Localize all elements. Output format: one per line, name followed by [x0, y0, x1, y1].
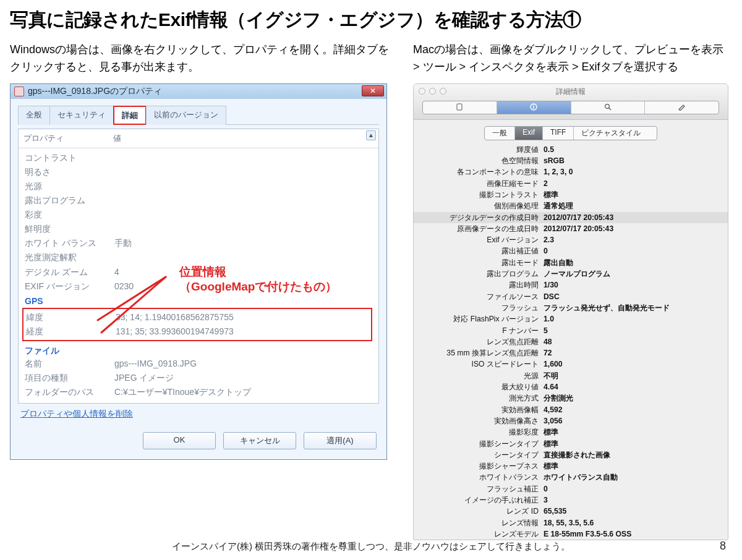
exif-key: 最大絞り値: [420, 381, 544, 392]
ok-button[interactable]: OK: [143, 432, 216, 449]
exif-row: 個別画像処理通常処理: [414, 200, 728, 211]
prop-row: 明るさ: [25, 165, 372, 179]
exif-value: 不明: [544, 370, 722, 381]
exif-row: Exif バージョン2.3: [414, 234, 728, 245]
close-icon[interactable]: ✕: [362, 85, 384, 96]
prop-row: 項目の種類JPEG イメージ: [25, 371, 372, 385]
traffic-minimize-icon[interactable]: [429, 88, 436, 95]
seg-search-icon[interactable]: [571, 101, 646, 114]
exif-key: 撮影シーンタイプ: [420, 438, 544, 449]
exif-value: 72: [544, 347, 722, 358]
windows-dialog-buttons: OK キャンセル 適用(A): [18, 423, 379, 452]
exif-key: ファイルソース: [420, 291, 544, 302]
properties-panel: ▲ プロパティ 値 コントラスト 明るさ 光源 露出プログラム 彩度 鮮明度 ホ…: [18, 129, 379, 404]
app-icon: [14, 87, 24, 96]
svg-line-7: [608, 108, 611, 110]
seg-info-icon[interactable]: [497, 101, 571, 114]
prop-row: 鮮明度: [25, 222, 372, 236]
exif-key: 測光方式: [420, 392, 544, 404]
exif-value: 5: [544, 325, 722, 336]
seg-document-icon[interactable]: [423, 101, 497, 114]
tab-security[interactable]: セキュリティ: [49, 106, 114, 125]
svg-rect-2: [457, 104, 462, 110]
exif-value: 0: [544, 245, 722, 257]
apply-button[interactable]: 適用(A): [304, 432, 377, 449]
prop-row: 彩度: [25, 208, 372, 222]
svg-rect-4: [533, 106, 534, 109]
svg-point-6: [605, 104, 609, 108]
exif-key: 原画像データの生成日時: [420, 223, 544, 234]
prop-row: 露出プログラム: [25, 193, 372, 208]
exif-value: 18, 55, 3.5, 5.6: [544, 517, 722, 528]
mac-tab-general[interactable]: 一般: [485, 127, 515, 140]
exif-row: 撮影シーンタイプ標準: [414, 438, 728, 449]
mac-toolbar: 詳細情報: [414, 84, 728, 120]
mac-tab-picturestyle[interactable]: ピクチャスタイル: [574, 127, 657, 140]
exif-key: シーンタイプ: [420, 449, 544, 460]
mac-tab-tiff[interactable]: TIFF: [543, 127, 574, 140]
exif-value: 3: [544, 494, 722, 506]
exif-key: 露出時間: [420, 279, 544, 291]
mac-tab-exif[interactable]: Exif: [515, 127, 543, 140]
traffic-close-icon[interactable]: [419, 88, 425, 95]
windows-properties-dialog: gps---IMG_0918.JPGのプロパティ ✕ 全般 セキュリティ 詳細 …: [10, 83, 387, 460]
cancel-button[interactable]: キャンセル: [223, 432, 296, 449]
seg-edit-icon[interactable]: [645, 101, 719, 114]
exif-key: レンズ ID: [420, 506, 544, 517]
exif-row: 実効画像幅4,592: [414, 404, 728, 415]
exif-row: 露出補正値0: [414, 245, 728, 257]
exif-row: 最大絞り値4.64: [414, 381, 728, 392]
mac-toolbar-segment: [422, 101, 719, 114]
exif-value: 標準: [544, 438, 722, 449]
exif-value: 2012/07/17 20:05:43: [544, 212, 722, 223]
annotation-text: 位置情報 （GoogleMapで付けたもの）: [179, 265, 337, 294]
exif-row: 35 mm 換算レンズ焦点距離72: [414, 347, 728, 358]
exif-row: 撮影コントラスト標準: [414, 189, 728, 200]
exif-key: 個別画像処理: [420, 200, 544, 211]
exif-row: イメージの手ぶれ補正3: [414, 494, 728, 506]
exif-value: 4.64: [544, 381, 722, 392]
exif-value: 1,600: [544, 358, 722, 370]
mac-lead-text: Macの場合は、画像をダブルクリックして、プレビューを表示 > ツール > イン…: [413, 41, 728, 76]
exif-value: sRGB: [544, 155, 722, 166]
tab-previous-versions[interactable]: 以前のバージョン: [146, 106, 226, 125]
prop-row-gps-lon: 経度131; 35; 33.993600194749973: [26, 325, 369, 339]
exif-row: シーンタイプ直接撮影された画像: [414, 449, 728, 460]
exif-value: 標準: [544, 426, 722, 438]
exif-value: 標準: [544, 189, 722, 200]
exif-row: デジタルデータの作成日時2012/07/17 20:05:43: [414, 212, 728, 223]
exif-key: 対応 FlashPix バージョン: [420, 313, 544, 325]
exif-key: フラッシュ補正: [420, 483, 544, 494]
exif-row: レンズ情報18, 55, 3.5, 5.6: [414, 517, 728, 528]
tab-general[interactable]: 全般: [18, 106, 50, 125]
exif-key: Exif バージョン: [420, 234, 544, 245]
exif-key: 実効画像高さ: [420, 415, 544, 426]
remove-properties-link[interactable]: プロパティや個人情報を削除: [18, 404, 133, 423]
exif-value: 4,592: [544, 404, 722, 415]
tab-details[interactable]: 詳細: [113, 106, 147, 125]
exif-value: DSC: [544, 291, 722, 302]
prop-row: 光源: [25, 179, 372, 193]
exif-value: 2.3: [544, 234, 722, 245]
exif-row: 対応 FlashPix バージョン1.0: [414, 313, 728, 325]
traffic-zoom-icon[interactable]: [440, 88, 446, 95]
exif-key: レンズモデル: [420, 528, 544, 540]
exif-key: フラッシュ: [420, 302, 544, 313]
exif-key: 輝度値: [420, 144, 544, 155]
exif-row: 光源不明: [414, 370, 728, 381]
exif-row: フラッシュフラッシュ発光せず、自動発光モード: [414, 302, 728, 313]
exif-value: 3,056: [544, 415, 722, 426]
exif-value: 65,535: [544, 506, 722, 517]
exif-key: イメージの手ぶれ補正: [420, 494, 544, 506]
page-number: 8: [720, 540, 726, 553]
exif-value: E 18-55mm F3.5-5.6 OSS: [544, 528, 722, 540]
exif-key: 光源: [420, 370, 544, 381]
exif-value: 0: [544, 483, 722, 494]
exif-key: 色空間情報: [420, 155, 544, 166]
exif-key: 35 mm 換算レンズ焦点距離: [420, 347, 544, 358]
exif-value: 1, 2, 3, 0: [544, 166, 722, 177]
exif-key: ISO スピードレート: [420, 358, 544, 370]
exif-key: 撮影シャープネス: [420, 460, 544, 472]
col-header-value: 値: [113, 133, 373, 144]
scroll-up-icon[interactable]: ▲: [366, 130, 376, 140]
